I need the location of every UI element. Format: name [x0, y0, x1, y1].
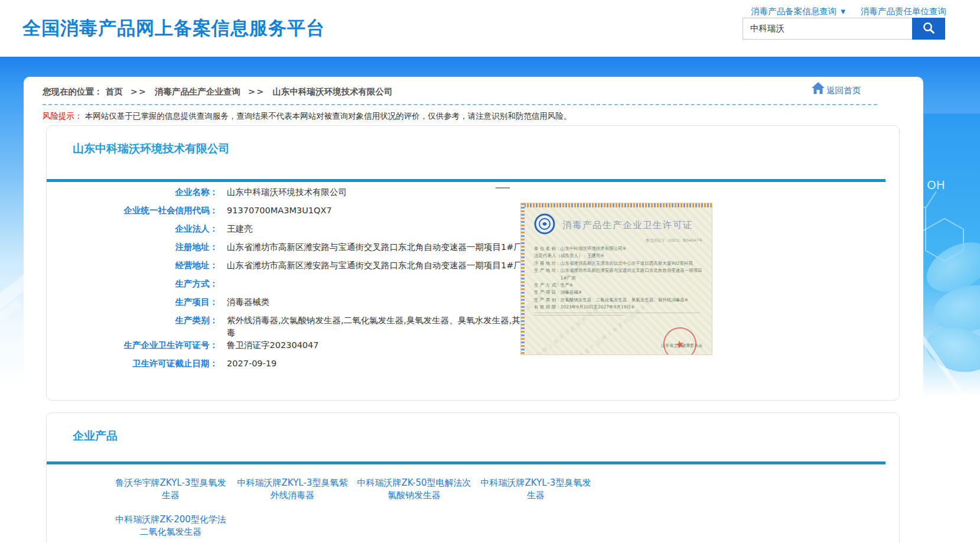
certificate-body: 单 位 名 称：山东中科瑞沃环境技术有限公司※ 法定代表人（或负责人）：王建亮※…: [534, 245, 705, 311]
dashed-divider: [43, 104, 877, 105]
search-bar: [743, 18, 945, 40]
certificate-fine-print: [534, 315, 623, 316]
certificate-number: 鲁卫消证字（2023）第04047号: [521, 238, 702, 243]
product-link[interactable]: 中科瑞沃牌ZKYL-3型臭氧紫外线消毒器: [233, 477, 351, 502]
product-link[interactable]: 中科瑞沃牌ZK-200型化学法二氧化氯发生器: [112, 513, 230, 538]
product-link[interactable]: 中科瑞沃牌ZK-50型电解法次氯酸钠发生器: [355, 477, 473, 502]
company-card-title: 山东中科瑞沃环境技术有限公司: [73, 141, 230, 157]
breadcrumb-prefix: 您现在的位置：: [43, 87, 103, 96]
breadcrumb-separator: >>: [131, 87, 147, 96]
chevron-down-icon: ▼: [841, 8, 845, 15]
home-icon: [811, 82, 825, 96]
field-row-company-name: 企业名称： 山东中科瑞沃环境技术有限公司: [47, 186, 578, 204]
search-icon: [922, 21, 936, 37]
top-nav: 消毒产品备案信息查询 ▼ 消毒产品责任单位查询: [751, 6, 946, 17]
breadcrumb-enterprise-query[interactable]: 消毒产品生产企业查询: [155, 87, 240, 96]
nav-link-record-info-query[interactable]: 消毒产品备案信息查询 ▼: [751, 6, 845, 17]
field-row-license-number: 生产企业卫生许可证号： 鲁卫消证字202304047: [47, 339, 578, 357]
content-panel: 您现在的位置： 首页 >> 消毒产品生产企业查询 >> 山东中科瑞沃环境技术有限…: [24, 77, 923, 543]
breadcrumb-current: 山东中科瑞沃环境技术有限公司: [272, 87, 392, 96]
breadcrumb: 您现在的位置： 首页 >> 消毒产品生产企业查询 >> 山东中科瑞沃环境技术有限…: [43, 86, 392, 97]
page: O OH 全国消毒产品网上备案信息服务平台 消毒产品备案信息查询 ▼ 消毒产品责…: [0, 0, 980, 543]
certificate-header: 消毒产品生产企业卫生许可证: [534, 213, 702, 237]
back-home-link[interactable]: 返回首页: [811, 82, 861, 96]
company-card: 山东中科瑞沃环境技术有限公司 企业名称： 山东中科瑞沃环境技术有限公司 企业统一…: [46, 125, 900, 401]
red-official-seal: ★: [660, 324, 699, 355]
breadcrumb-separator: >>: [248, 87, 265, 96]
site-header: 全国消毒产品网上备案信息服务平台 消毒产品备案信息查询 ▼ 消毒产品责任单位查询: [0, 0, 980, 57]
title-underline-bar: [47, 461, 885, 464]
hygiene-license-certificate-image: 全国消毒产品网上备案信息服务平台 全国消毒产品网上备案信息服务平台 全国消毒产品…: [520, 203, 712, 355]
products-card-title: 企业产品: [73, 428, 118, 444]
field-row-business-address: 经营地址： 山东省潍坊市高新区潍安路与宝通街交叉路口东北角自动变速器一期项目1#…: [47, 259, 578, 278]
field-row-registered-address: 注册地址： 山东省潍坊市高新区潍安路与宝通街交叉路口东北角自动变速器一期项目1#…: [47, 241, 578, 259]
certificate-fine-print: [534, 313, 700, 313]
product-link[interactable]: 鲁沃华宇牌ZKYL-3型臭氧发生器: [112, 477, 230, 502]
product-link[interactable]: 中科瑞沃牌ZKYL-3型臭氧发生器: [477, 477, 595, 502]
certificate-border-pattern: [521, 203, 712, 207]
risk-notice-text: 本网站仅基于已掌握的信息提供查询服务，查询结果不代表本网站对被查询对象信用状况的…: [85, 111, 572, 121]
company-fields: 企业名称： 山东中科瑞沃环境技术有限公司 企业统一社会信用代码： 9137070…: [47, 186, 578, 376]
field-row-credit-code: 企业统一社会信用代码： 91370700MA3M3U1QX7: [47, 204, 578, 223]
risk-notice-label: 风险提示：: [43, 111, 83, 121]
field-row-license-expiry: 卫生许可证截止日期： 2027-09-19: [47, 357, 578, 376]
certificate-title: 消毒产品生产企业卫生许可证: [562, 219, 693, 232]
seal-star-icon: ★: [674, 337, 686, 351]
search-input[interactable]: [743, 18, 912, 40]
field-row-production-project: 生产项目： 消毒器械类: [47, 296, 578, 314]
title-underline-bar: [47, 179, 885, 182]
breadcrumb-home[interactable]: 首页: [106, 87, 123, 96]
search-button[interactable]: [912, 18, 945, 40]
site-title: 全国消毒产品网上备案信息服务平台: [22, 16, 325, 41]
products-card: 企业产品 鲁沃华宇牌ZKYL-3型臭氧发生器 中科瑞沃牌ZKYL-3型臭氧紫外线…: [46, 412, 900, 543]
certificate-border-pattern: [521, 203, 525, 355]
field-row-production-category: 生产类别： 紫外线消毒器,次氯酸钠发生器,二氧化氯发生器,臭氧发生器、臭氧水发生…: [47, 314, 578, 339]
risk-notice: 风险提示： 本网站仅基于已掌握的信息提供查询服务，查询结果不代表本网站对被查询对…: [43, 111, 571, 122]
svg-text:OH: OH: [927, 178, 945, 192]
product-links: 鲁沃华宇牌ZKYL-3型臭氧发生器 中科瑞沃牌ZKYL-3型臭氧紫外线消毒器 中…: [112, 477, 602, 538]
health-commission-emblem-icon: [534, 213, 555, 237]
image-dash: [496, 187, 510, 188]
field-row-production-method: 生产方式：: [47, 278, 578, 296]
nav-link-responsible-unit-query[interactable]: 消毒产品责任单位查询: [861, 6, 946, 17]
field-row-legal-person: 企业法人： 王建亮: [47, 223, 578, 241]
